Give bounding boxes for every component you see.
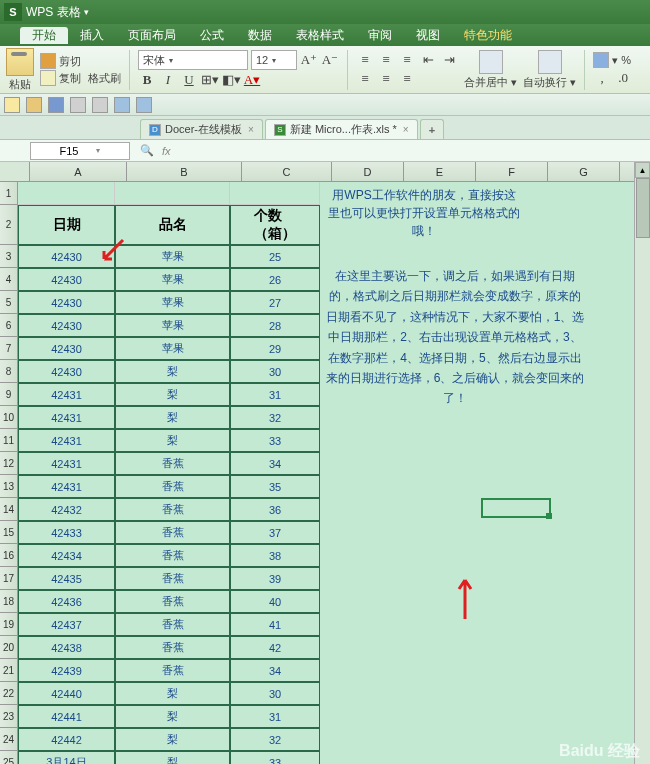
decrease-font-icon[interactable]: A⁻ — [321, 51, 339, 69]
align-center-icon[interactable]: ≡ — [377, 70, 395, 88]
document-tab[interactable]: S新建 Micro...作表.xls *× — [265, 119, 418, 139]
data-cell[interactable]: 梨 — [115, 682, 230, 705]
row-header[interactable]: 10 — [0, 406, 18, 429]
row-header[interactable]: 16 — [0, 544, 18, 567]
data-cell[interactable]: 梨 — [115, 406, 230, 429]
paste-button[interactable]: 粘贴 — [9, 77, 31, 92]
vertical-scrollbar[interactable]: ▲ ▼ — [634, 162, 650, 764]
data-cell[interactable]: 梨 — [115, 751, 230, 764]
row-header[interactable]: 11 — [0, 429, 18, 452]
data-cell[interactable]: 32 — [230, 406, 320, 429]
undo-icon[interactable] — [114, 97, 130, 113]
data-cell[interactable]: 香蕉 — [115, 636, 230, 659]
data-cell[interactable]: 苹果 — [115, 268, 230, 291]
data-cell[interactable]: 42430 — [18, 268, 115, 291]
row-header[interactable]: 12 — [0, 452, 18, 475]
indent-right-icon[interactable]: ⇥ — [440, 51, 458, 69]
menu-公式[interactable]: 公式 — [188, 27, 236, 44]
row-header[interactable]: 6 — [0, 314, 18, 337]
menu-特色功能[interactable]: 特色功能 — [452, 27, 524, 44]
data-cell[interactable]: 3月14日 — [18, 751, 115, 764]
scissors-icon[interactable] — [40, 53, 56, 69]
scroll-up-icon[interactable]: ▲ — [635, 162, 650, 178]
menu-页面布局[interactable]: 页面布局 — [116, 27, 188, 44]
data-cell[interactable]: 35 — [230, 475, 320, 498]
row-header[interactable]: 18 — [0, 590, 18, 613]
col-header-F[interactable]: F — [476, 162, 548, 181]
decrease-decimal-icon[interactable]: .0 — [614, 69, 632, 87]
underline-button[interactable]: U — [180, 71, 198, 89]
row-header[interactable]: 1 — [0, 182, 18, 205]
print-icon[interactable] — [70, 97, 86, 113]
scroll-thumb[interactable] — [636, 178, 650, 238]
row-header[interactable]: 21 — [0, 659, 18, 682]
new-tab-button[interactable]: + — [420, 119, 444, 139]
font-size-combo[interactable]: 12▾ — [251, 50, 297, 70]
row-header[interactable]: 9 — [0, 383, 18, 406]
data-cell[interactable]: 42432 — [18, 498, 115, 521]
data-cell[interactable]: 37 — [230, 521, 320, 544]
merge-icon[interactable] — [479, 50, 503, 74]
row-header[interactable]: 20 — [0, 636, 18, 659]
row-header[interactable]: 17 — [0, 567, 18, 590]
italic-button[interactable]: I — [159, 71, 177, 89]
data-cell[interactable]: 苹果 — [115, 291, 230, 314]
cell[interactable] — [18, 182, 115, 205]
data-cell[interactable]: 梨 — [115, 705, 230, 728]
data-cell[interactable]: 31 — [230, 383, 320, 406]
data-cell[interactable]: 42431 — [18, 452, 115, 475]
data-cell[interactable]: 苹果 — [115, 337, 230, 360]
data-cell[interactable]: 36 — [230, 498, 320, 521]
font-combo[interactable]: 宋体▾ — [138, 50, 248, 70]
data-cell[interactable]: 梨 — [115, 383, 230, 406]
data-cell[interactable]: 42436 — [18, 590, 115, 613]
align-middle-icon[interactable]: ≡ — [377, 51, 395, 69]
fill-color-button[interactable]: ◧▾ — [222, 71, 240, 89]
bold-button[interactable]: B — [138, 71, 156, 89]
data-cell[interactable]: 42437 — [18, 613, 115, 636]
data-cell[interactable]: 33 — [230, 751, 320, 764]
table-header[interactable]: 日期 — [18, 205, 115, 245]
merge-center-button[interactable]: 合并居中 ▾ — [464, 75, 517, 90]
font-color-button[interactable]: A▾ — [243, 71, 261, 89]
align-right-icon[interactable]: ≡ — [398, 70, 416, 88]
data-cell[interactable]: 香蕉 — [115, 567, 230, 590]
data-cell[interactable]: 香蕉 — [115, 590, 230, 613]
wrap-text-button[interactable]: 自动换行 ▾ — [523, 75, 576, 90]
border-button[interactable]: ⊞▾ — [201, 71, 219, 89]
row-header[interactable]: 8 — [0, 360, 18, 383]
data-cell[interactable]: 香蕉 — [115, 498, 230, 521]
menu-插入[interactable]: 插入 — [68, 27, 116, 44]
align-top-icon[interactable]: ≡ — [356, 51, 374, 69]
data-cell[interactable]: 42434 — [18, 544, 115, 567]
align-bottom-icon[interactable]: ≡ — [398, 51, 416, 69]
menu-数据[interactable]: 数据 — [236, 27, 284, 44]
open-icon[interactable] — [26, 97, 42, 113]
data-cell[interactable]: 34 — [230, 452, 320, 475]
data-cell[interactable]: 42439 — [18, 659, 115, 682]
data-cell[interactable]: 香蕉 — [115, 544, 230, 567]
indent-left-icon[interactable]: ⇤ — [419, 51, 437, 69]
number-format-icon[interactable] — [593, 52, 609, 68]
col-header-G[interactable]: G — [548, 162, 620, 181]
new-icon[interactable] — [4, 97, 20, 113]
data-cell[interactable]: 27 — [230, 291, 320, 314]
data-cell[interactable]: 29 — [230, 337, 320, 360]
data-cell[interactable]: 42441 — [18, 705, 115, 728]
data-cell[interactable]: 香蕉 — [115, 613, 230, 636]
app-menu-dropdown-icon[interactable]: ▾ — [84, 7, 89, 17]
data-cell[interactable]: 42431 — [18, 429, 115, 452]
data-cell[interactable]: 42 — [230, 636, 320, 659]
table-header[interactable]: 品名 — [115, 205, 230, 245]
data-cell[interactable]: 30 — [230, 682, 320, 705]
row-header[interactable]: 5 — [0, 291, 18, 314]
data-cell[interactable]: 42440 — [18, 682, 115, 705]
col-header-B[interactable]: B — [127, 162, 242, 181]
align-left-icon[interactable]: ≡ — [356, 70, 374, 88]
menu-开始[interactable]: 开始 — [20, 27, 68, 44]
thousands-icon[interactable]: , — [593, 69, 611, 87]
data-cell[interactable]: 42431 — [18, 475, 115, 498]
row-header[interactable]: 2 — [0, 205, 18, 245]
data-cell[interactable]: 梨 — [115, 728, 230, 751]
data-cell[interactable]: 42431 — [18, 406, 115, 429]
